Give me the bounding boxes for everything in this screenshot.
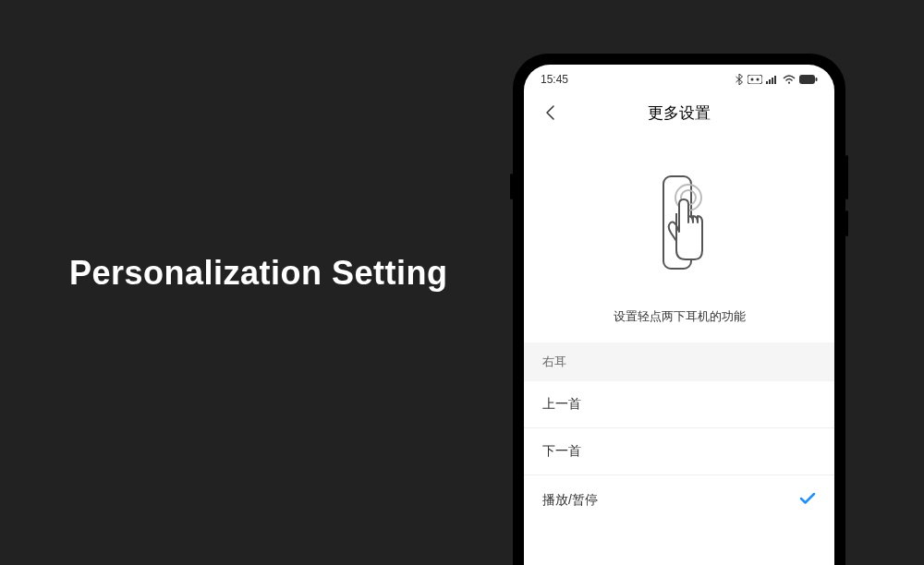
section-right-ear: 右耳 <box>524 343 834 381</box>
tap-gesture-illustration <box>638 162 721 282</box>
svg-point-7 <box>788 82 790 84</box>
battery-icon <box>799 75 818 84</box>
option-play-pause[interactable]: 播放/暂停 <box>524 475 834 524</box>
svg-rect-9 <box>816 78 818 81</box>
wifi-icon <box>783 75 796 84</box>
phone-power-button <box>845 210 848 236</box>
svg-point-1 <box>751 78 754 81</box>
svg-rect-5 <box>772 78 773 84</box>
back-icon <box>544 104 555 121</box>
status-time: 15:45 <box>541 73 568 86</box>
phone-side-button <box>510 174 513 199</box>
svg-rect-3 <box>766 81 768 84</box>
svg-rect-6 <box>774 76 776 84</box>
svg-rect-8 <box>799 75 815 84</box>
status-icons <box>735 74 818 85</box>
option-previous-track[interactable]: 上一首 <box>524 381 834 428</box>
svg-point-2 <box>757 78 760 81</box>
marketing-headline: Personalization Setting <box>69 254 448 293</box>
status-bar: 15:45 <box>524 65 834 90</box>
back-button[interactable] <box>539 102 561 124</box>
page-header: 更多设置 <box>524 90 834 135</box>
volte-icon <box>748 75 762 84</box>
signal-icon <box>766 75 779 84</box>
instruction-text: 设置轻点两下耳机的功能 <box>614 308 746 325</box>
checkmark-icon <box>799 490 816 510</box>
option-label: 播放/暂停 <box>542 492 598 509</box>
svg-rect-4 <box>769 79 771 84</box>
phone-screen: 15:45 <box>524 65 834 565</box>
phone-volume-button <box>845 155 848 199</box>
option-label: 上一首 <box>542 396 581 413</box>
illustration-area: 设置轻点两下耳机的功能 <box>524 135 834 343</box>
page-title: 更多设置 <box>539 102 820 124</box>
svg-rect-0 <box>748 75 762 84</box>
phone-frame: 15:45 <box>513 54 845 565</box>
option-label: 下一首 <box>542 443 581 460</box>
bluetooth-icon <box>735 74 744 85</box>
option-next-track[interactable]: 下一首 <box>524 428 834 475</box>
